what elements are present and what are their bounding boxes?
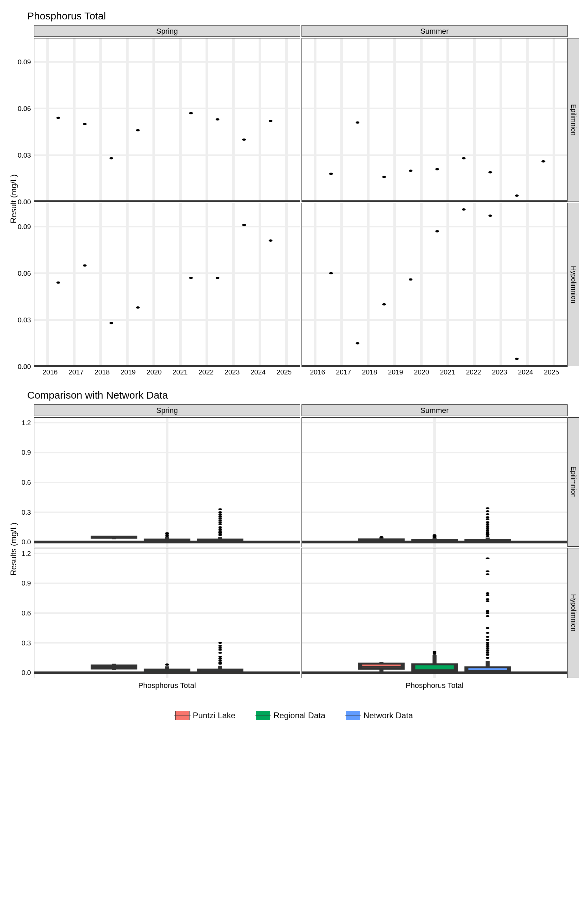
svg-point-41 — [409, 170, 412, 172]
legend-swatch — [256, 711, 270, 720]
col-strip-summer-1: Summer — [302, 25, 568, 37]
col-strip-spring-2: Spring — [34, 404, 300, 416]
svg-point-192 — [218, 662, 222, 663]
svg-point-232 — [486, 636, 489, 638]
svg-point-22 — [269, 120, 273, 122]
svg-point-125 — [218, 519, 222, 521]
svg-point-193 — [218, 660, 222, 662]
svg-point-62 — [57, 281, 60, 284]
svg-point-159 — [486, 531, 489, 533]
x-cat-label-1: Phosphorus Total — [34, 677, 300, 690]
svg-point-237 — [486, 610, 489, 612]
svg-point-142 — [380, 536, 383, 538]
svg-point-46 — [541, 160, 545, 163]
svg-point-239 — [486, 598, 489, 600]
svg-point-112 — [165, 532, 169, 534]
svg-point-68 — [242, 224, 246, 226]
svg-point-88 — [409, 278, 412, 281]
svg-point-15 — [57, 117, 60, 119]
x-cat-label-2: Phosphorus Total — [302, 677, 567, 690]
svg-point-225 — [486, 652, 489, 653]
svg-point-160 — [486, 529, 489, 531]
svg-point-162 — [486, 525, 489, 527]
scatter-panel-summer-hyp: 2016201720182019202020212022202320242025 — [302, 203, 568, 367]
svg-point-91 — [488, 215, 492, 217]
svg-point-238 — [486, 600, 489, 602]
svg-point-130 — [218, 508, 222, 510]
svg-point-195 — [218, 656, 222, 658]
box-plot: Results (mg/L) Spring Summer 0.00.30.60.… — [34, 404, 568, 694]
svg-point-85 — [329, 272, 333, 274]
row-strip-epi-1: Epilimnion — [568, 38, 579, 202]
legend-swatch — [346, 711, 360, 720]
svg-point-236 — [486, 612, 489, 614]
svg-point-233 — [486, 632, 489, 634]
svg-point-65 — [136, 306, 140, 309]
legend-swatch — [175, 711, 189, 720]
legend: Puntzi LakeRegional DataNetwork Data — [7, 711, 581, 720]
svg-point-43 — [462, 157, 465, 160]
svg-point-69 — [269, 239, 273, 242]
svg-point-241 — [486, 592, 489, 594]
box-panel-summer-hyp: Phosphorus Total — [302, 548, 568, 678]
svg-point-122 — [218, 526, 222, 528]
svg-point-240 — [486, 594, 489, 596]
svg-point-161 — [486, 527, 489, 529]
svg-point-45 — [515, 194, 519, 197]
svg-point-89 — [435, 230, 439, 233]
svg-point-186 — [165, 663, 169, 665]
svg-point-44 — [488, 171, 492, 174]
svg-point-38 — [329, 173, 333, 175]
svg-point-198 — [218, 647, 222, 649]
svg-point-120 — [218, 530, 222, 532]
svg-point-227 — [486, 648, 489, 650]
col-strip-summer-2: Summer — [302, 404, 568, 416]
svg-point-165 — [486, 518, 489, 520]
svg-point-63 — [83, 264, 87, 267]
legend-item: Network Data — [346, 711, 413, 720]
row-strip-hyp-2: Hypolimnion — [568, 548, 579, 677]
svg-point-223 — [486, 657, 489, 659]
svg-point-228 — [486, 646, 489, 648]
svg-point-224 — [486, 654, 489, 656]
svg-point-40 — [382, 176, 386, 178]
svg-point-164 — [486, 521, 489, 523]
svg-point-230 — [486, 642, 489, 644]
svg-point-231 — [486, 639, 489, 641]
svg-point-20 — [216, 118, 220, 121]
svg-point-169 — [486, 507, 489, 509]
svg-point-168 — [486, 510, 489, 512]
svg-point-18 — [136, 129, 140, 131]
scatter-panel-spring-epi: 0.000.030.060.09 — [34, 38, 300, 202]
svg-point-229 — [486, 644, 489, 646]
svg-point-21 — [242, 139, 246, 141]
svg-point-64 — [110, 322, 113, 324]
legend-label: Network Data — [363, 711, 413, 720]
svg-point-128 — [218, 513, 222, 515]
svg-point-197 — [218, 649, 222, 650]
svg-point-200 — [218, 642, 222, 644]
chart-title-scatter: Phosphorus Total — [27, 10, 581, 22]
svg-point-167 — [486, 513, 489, 515]
svg-point-66 — [189, 277, 193, 279]
svg-point-42 — [435, 168, 439, 171]
box-panel-spring-hyp: 0.00.30.60.91.2 Phosphorus Total — [34, 548, 300, 678]
svg-point-243 — [486, 571, 489, 572]
svg-point-67 — [216, 277, 220, 279]
scatter-panel-spring-hyp: 0.000.030.060.09 20162017201820192020202… — [34, 203, 300, 367]
chart-title-box: Comparison with Network Data — [27, 390, 581, 401]
svg-point-124 — [218, 521, 222, 523]
legend-label: Puntzi Lake — [193, 711, 236, 720]
svg-point-19 — [189, 112, 193, 115]
box-panel-spring-epi: 0.00.30.60.91.2 — [34, 417, 300, 547]
svg-point-90 — [462, 209, 465, 211]
svg-point-123 — [218, 523, 222, 525]
svg-point-92 — [515, 358, 519, 360]
svg-point-86 — [355, 342, 359, 344]
svg-point-194 — [218, 658, 222, 660]
svg-point-129 — [218, 511, 222, 513]
scatter-panel-summer-epi — [302, 38, 568, 202]
legend-item: Regional Data — [256, 711, 325, 720]
svg-point-17 — [110, 157, 113, 160]
svg-point-39 — [355, 121, 359, 124]
